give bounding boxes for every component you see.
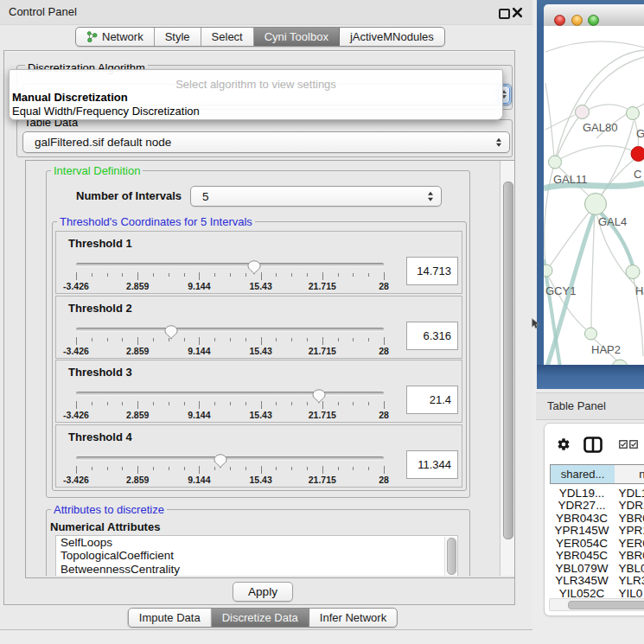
control-panel-titlebar[interactable]: Control Panel	[0, 0, 532, 25]
algorithm-dropdown-popup: Select algorithm to view settings Manual…	[9, 69, 503, 120]
slider-tick-label: 21.715	[309, 346, 336, 356]
table-row[interactable]: YDR27...YDR2	[550, 500, 644, 512]
graph-node[interactable]	[626, 265, 640, 279]
checkbox-icon[interactable]	[629, 440, 638, 449]
table-row[interactable]: YDL19...YDL1	[550, 488, 644, 500]
slider-tick-label: 2.859	[126, 281, 149, 291]
close-icon[interactable]	[512, 7, 523, 18]
threshold-value-field[interactable]: 21.4	[406, 386, 458, 414]
threshold-value-field[interactable]: 6.316	[406, 322, 458, 350]
graph-node[interactable]	[631, 147, 644, 162]
slider-track[interactable]	[76, 392, 384, 396]
slider-tick	[92, 402, 92, 405]
threshold-value-field[interactable]: 14.713	[406, 257, 458, 285]
zoom-light[interactable]	[588, 15, 599, 26]
tab-select[interactable]: Select	[201, 28, 254, 46]
slider-tick	[153, 402, 154, 405]
slider-tick	[214, 338, 215, 341]
maximize-icon[interactable]	[499, 9, 510, 19]
graph-node[interactable]	[585, 328, 597, 340]
table-row[interactable]: YBR043CYBR0	[550, 513, 644, 525]
graph-node[interactable]	[576, 105, 590, 119]
graph-node[interactable]	[549, 156, 562, 169]
table-panel-header[interactable]: Table Panel	[536, 392, 644, 420]
graph-node[interactable]	[612, 360, 628, 365]
graph-node[interactable]	[585, 194, 607, 215]
slider-tick	[169, 467, 169, 470]
columns-icon[interactable]	[583, 437, 603, 453]
slider-track[interactable]	[76, 263, 384, 267]
tab-cyni-toolbox[interactable]: Cyni Toolbox	[254, 28, 340, 46]
table-row[interactable]: YIL052CYIL0	[550, 588, 644, 599]
tab-style[interactable]: Style	[155, 28, 201, 46]
slider-tick	[169, 273, 169, 277]
table-horizontal-scrollbar[interactable]	[549, 598, 644, 611]
slider-track[interactable]	[76, 328, 384, 332]
table-row[interactable]: YPR145WYPR1	[550, 525, 644, 537]
table-column-header[interactable]: name	[615, 464, 644, 484]
tab-jactivemnodules[interactable]: jActiveMNodules	[340, 28, 444, 46]
slider-tick	[184, 402, 185, 405]
slider-tick	[107, 338, 108, 341]
tab-impute-data[interactable]: Impute Data	[129, 609, 212, 627]
table-cell: YER0	[615, 538, 644, 550]
slider-tick-label: 21.715	[309, 281, 336, 291]
slider-tick-label: 15.43	[249, 475, 271, 485]
slider-thumb[interactable]	[214, 454, 227, 469]
slider-thumb[interactable]	[164, 325, 178, 340]
threshold-value-field[interactable]: 11.344	[406, 450, 458, 479]
slider-tick-label: 2.859	[126, 346, 149, 356]
graph-node[interactable]	[627, 107, 640, 120]
attribute-item[interactable]: SelfLoops	[56, 536, 457, 549]
checkbox-icon[interactable]	[619, 440, 628, 449]
tab-infer-network[interactable]: Infer Network	[309, 609, 397, 627]
slider-tick	[338, 273, 339, 277]
table-row[interactable]: YER054CYER0	[550, 538, 644, 550]
slider-tick	[353, 338, 354, 341]
slider-tick	[76, 401, 77, 409]
apply-button[interactable]: Apply	[233, 582, 293, 602]
main-vertical-scrollbar[interactable]	[500, 161, 514, 576]
popup-item-manual-discretization[interactable]: Manual Discretization	[12, 91, 500, 103]
slider-tick	[384, 401, 385, 409]
attribute-item[interactable]: BetweennessCentrality	[56, 563, 457, 576]
tab-label: Discretize Data	[222, 611, 298, 624]
slider-tick	[199, 337, 200, 345]
tab-network[interactable]: Network	[76, 28, 155, 46]
network-window-titlebar[interactable]	[544, 4, 644, 27]
table-data-combobox[interactable]: galFiltered.sif default node	[22, 131, 510, 153]
gear-icon[interactable]	[557, 437, 571, 451]
slider-tick	[291, 467, 292, 470]
table-cell: YBR0	[615, 513, 644, 525]
numerical-attributes-list[interactable]: SelfLoopsTopologicalCoefficientBetweenne…	[55, 535, 458, 576]
graph-edge	[545, 41, 644, 52]
slider-tick	[230, 467, 231, 470]
attribute-item[interactable]: TopologicalCoefficient	[56, 549, 457, 562]
slider-thumb[interactable]	[247, 260, 261, 275]
table-column-header[interactable]: shared...	[550, 464, 615, 484]
table-rows[interactable]: YDL19...YDL1YDR27...YDR2YBR043CYBR0YPR14…	[550, 488, 644, 598]
network-canvas[interactable]: GAL80GACGAL11GAL4GCY1HHAP2	[544, 26, 644, 365]
table-row[interactable]: YBL079WYBL0	[550, 563, 644, 575]
slider-tick-label: 9.144	[188, 281, 210, 291]
table-cell: YDL1	[615, 488, 644, 500]
minimize-light[interactable]	[571, 15, 583, 26]
number-of-intervals-combobox[interactable]: 5	[190, 186, 442, 207]
main-scrollbar-thumb[interactable]	[503, 182, 513, 539]
attributes-list-scrollbar[interactable]	[444, 537, 456, 576]
table-row[interactable]: YBR045CYBR0	[550, 550, 644, 562]
slider-tick	[107, 402, 108, 405]
table-hscrollbar-thumb[interactable]	[568, 601, 644, 609]
close-light[interactable]	[554, 15, 565, 26]
slider-tick-label: 28	[379, 410, 389, 420]
graph-node[interactable]	[544, 265, 552, 277]
slider-tick	[322, 337, 323, 345]
threshold-label: Threshold 2	[68, 302, 132, 315]
attributes-scrollbar-thumb[interactable]	[447, 538, 456, 575]
slider-thumb[interactable]	[312, 389, 326, 404]
popup-item-equal-width-frequency-discretization[interactable]: Equal Width/Frequency Discretization	[12, 105, 500, 117]
slider-track[interactable]	[76, 456, 384, 461]
table-row[interactable]: YLR345WYLR3	[550, 575, 644, 587]
tab-discretize-data[interactable]: Discretize Data	[212, 609, 309, 627]
tab-label: Select	[212, 30, 243, 43]
